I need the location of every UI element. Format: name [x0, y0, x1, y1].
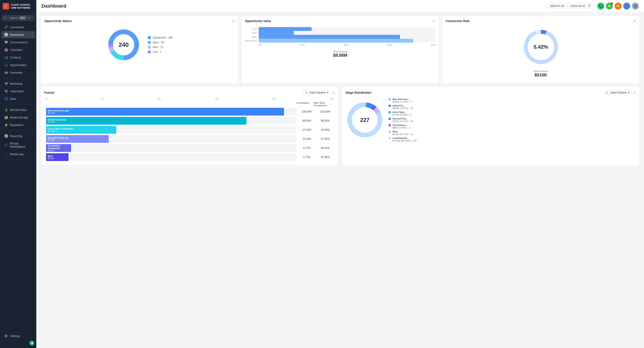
legend-label: Open - 40 — [152, 41, 164, 44]
date-range[interactable]: 2024-07-24 → 2024-08-23 📅 — [547, 3, 594, 9]
sidebar-label: Calendars — [10, 48, 23, 52]
sidebar-item-automation[interactable]: ⚙️Automation — [1, 87, 35, 95]
sidebar-item-memberships[interactable]: 🏅Memberships — [1, 106, 35, 113]
sidebar-bottom: ⚙️ Settings ◀ — [0, 330, 36, 348]
funnel-bar-name: Initial Follow Up — [48, 118, 245, 121]
app-marketplace-icon: 🛒 — [4, 143, 8, 147]
bar-fill — [259, 39, 413, 43]
legend-label: Lost - 7 — [152, 50, 161, 54]
avatar[interactable]: 👤 — [632, 3, 639, 10]
filter-icon[interactable]: ⇄ — [634, 19, 636, 23]
funnel-bar-inner: Orientation Scheduled $595K — [46, 144, 71, 152]
logo-icon: r — [2, 3, 9, 10]
memberships-icon: 🏅 — [4, 108, 8, 111]
sidebar-item-calendars[interactable]: 📅Calendars — [1, 46, 35, 54]
nav-divider — [2, 160, 34, 160]
opportunity-value-card: Opportunity Value ⇄ Lost Won Open Abando… — [242, 16, 439, 83]
sidebar-item-mobile-app[interactable]: 📱Mobile App — [1, 150, 35, 158]
legend-label: Abandoned - 180 — [152, 36, 172, 39]
payments-icon: 💳 — [4, 71, 8, 74]
date-arrow: → — [566, 4, 569, 8]
sidebar-item-sites[interactable]: 🌐Sites — [1, 95, 35, 102]
funnel-next-step: 100.00% — [316, 110, 335, 113]
notification-icon-btn[interactable]: 🔔 — [606, 3, 613, 10]
funnel-row: Initial Follow Up $4.76M 88.55% 88.55% — [44, 116, 335, 125]
topbar-icons: 📞 🔔 🔔 ❓ 👤 — [597, 3, 639, 10]
media-storage-icon: 🗂️ — [4, 116, 8, 119]
bar-track — [259, 35, 436, 39]
sidebar-item-dashboard[interactable]: 📊Dashboard — [1, 31, 35, 38]
legend-item: Won - 13 — [148, 46, 172, 49]
chevron-down-icon: ▾ — [327, 91, 328, 94]
reputation-icon: ⭐ — [4, 123, 8, 127]
funnel-pipeline-label: 1 - Sales Pipeline — [306, 91, 326, 94]
bar-axis: $0$1M$2M$3M$4M — [245, 44, 436, 46]
sidebar-label: Mobile App — [10, 152, 24, 156]
sidebar-item-reputation[interactable]: ⭐Reputation — [1, 121, 35, 128]
bar-track — [259, 27, 436, 31]
funnel-next-step: 87.50% — [316, 137, 335, 140]
funnel-next-step: 19.90% — [316, 128, 335, 131]
sidebar-label: Reputation — [10, 123, 24, 127]
sidebar-item-launchpad[interactable]: 🚀Launchpad — [1, 23, 35, 31]
bar-fill — [259, 27, 312, 31]
marketing-icon: 📢 — [4, 82, 8, 85]
legend-label: Won - 13 — [152, 46, 163, 49]
funnel-bar-inner: Won $510K — [46, 153, 68, 161]
sidebar-item-opportunities[interactable]: 💼Opportunities — [1, 61, 35, 69]
opp-status-donut: 240 — [106, 28, 141, 62]
stage-legend-item: Lost/Abando... $4.25M (82.38%) - 187 — [388, 137, 417, 142]
opp-status-title: Opportunity Status — [44, 19, 72, 23]
sidebar-item-app-marketplace[interactable]: 🛒88 App Marketplace — [1, 140, 35, 150]
search-bar[interactable]: 🔍 Search ⌘K ✚ — [2, 15, 34, 21]
funnel-cumulative: 15.42% — [298, 137, 316, 140]
sidebar-item-contacts[interactable]: 👥Contacts — [1, 54, 35, 61]
phone-icon-btn[interactable]: 📞 — [597, 3, 604, 10]
funnel-row: Orientation Scheduled $595K 6.17% 40.00% — [44, 143, 335, 152]
logo-text: FLIGHT SCHOOL CRM SOFTWARE — [11, 3, 30, 10]
bar-label: Open — [245, 36, 257, 38]
funnel-bar-val: $510K — [48, 157, 67, 160]
stage-pipeline-dropdown[interactable]: 1 - Sales Pipeline ▾ — [604, 90, 632, 95]
dashboard-content: Opportunity Status ⇄ — [36, 12, 644, 348]
legend-item: Abandoned - 180 — [148, 36, 172, 39]
funnel-bar-bg: Won $510K — [46, 153, 296, 161]
sidebar-item-settings[interactable]: ⚙️ Settings — [1, 332, 35, 339]
alert-icon-btn[interactable]: 🔔 — [614, 3, 622, 10]
axis-label: $0 — [259, 44, 261, 46]
filter-icon[interactable]: ⇄ — [433, 19, 435, 23]
stage-legend: New Inbound... $340K (1.76%) - 4 Initial… — [388, 98, 417, 142]
funnel-pipeline-dropdown[interactable]: 1 - Sales Pipeline ▾ — [303, 90, 331, 95]
launchpad-icon: 🚀 — [4, 25, 8, 29]
funnel-card: Funnel 1 - Sales Pipeline ▾ ⇄ 0501001502… — [41, 86, 339, 165]
funnel-content: 050100150200250 Cumulative Next Step Con… — [44, 98, 335, 162]
stage-legend-sub: $850K (4.41%) - 10 — [392, 107, 413, 109]
funnel-bar-name: Orientation Scheduled — [48, 144, 69, 149]
nav-divider — [2, 78, 34, 78]
filter-icon[interactable]: ⇄ — [634, 91, 636, 94]
total-revenue-value: $8.08M — [245, 53, 436, 58]
sidebar-item-media-storage[interactable]: 🗂️Media Storage — [1, 114, 35, 121]
bar-row: Won — [245, 31, 436, 35]
funnel-axis: 050100150200250 — [44, 98, 335, 100]
sidebar-label: 88 App Marketplace — [10, 142, 32, 148]
sidebar-item-marketing[interactable]: 📢Marketing — [1, 80, 35, 87]
sidebar-label: Reporting — [10, 134, 22, 138]
won-revenue-label: Won revenue — [534, 70, 548, 73]
mobile-app-icon: 📱 — [4, 152, 8, 156]
stage-legend-dot — [388, 131, 391, 133]
axis-label: $3M — [388, 44, 392, 46]
stage-legend-label: Orientation... — [392, 124, 410, 126]
filter-icon[interactable]: ⇄ — [332, 91, 335, 94]
help-icon-btn[interactable]: ❓ — [623, 3, 630, 10]
stage-legend-dot — [388, 124, 391, 126]
sidebar-label: Marketing — [10, 82, 22, 85]
sidebar-label: Contacts — [10, 56, 21, 59]
sidebar-item-conversations[interactable]: 💬Conversations — [1, 39, 35, 46]
filter-icon[interactable]: ⇄ — [232, 19, 235, 23]
sidebar-item-payments[interactable]: 💳Payments — [1, 69, 35, 76]
collapse-button[interactable]: ◀ — [30, 341, 34, 345]
opp-value-title: Opportunity Value — [245, 19, 271, 23]
sidebar-item-reporting[interactable]: 📈Reporting — [1, 132, 35, 140]
stage-legend-dot — [388, 105, 391, 107]
